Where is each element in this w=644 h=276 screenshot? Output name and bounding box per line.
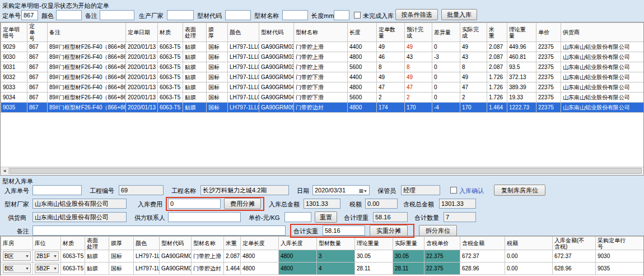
cell: LH797-1LL0: [134, 250, 160, 263]
cell: 4800: [279, 250, 317, 263]
order-table: 定单明 细号定 单 号备注定单日期材质表面 处理膜 厚颜色型材代码型材名称长度定…: [1, 22, 644, 113]
tax-amount-field[interactable]: [365, 199, 398, 209]
total-theoretical-weight-label: 合计理重: [344, 214, 368, 222]
column-header: 差异量: [432, 23, 460, 42]
cell: 47: [377, 82, 405, 93]
project-name-field[interactable]: [200, 185, 289, 195]
dropdown-value: B区: [4, 265, 14, 273]
cell: 49: [405, 42, 432, 52]
cell: 2.087: [487, 52, 507, 62]
scrollbar-thumb[interactable]: [10, 168, 642, 174]
cell: 867: [27, 103, 48, 113]
batch-inbound-button[interactable]: 批量入库: [441, 9, 477, 20]
warehouse-dropdown[interactable]: B区▼: [3, 264, 31, 273]
length-input[interactable]: [334, 10, 349, 20]
cell: GA90GRM03: [259, 52, 294, 62]
table-row[interactable]: 903186789#门框型材F26-F40（866+867）2020/01/13…: [1, 62, 644, 72]
cell: 0: [432, 62, 460, 72]
table-row[interactable]: 903286789#门框型材F26-F40（866+867）2020/01/13…: [1, 72, 644, 82]
cell: 0: [432, 72, 460, 82]
cell: LH797-1LL0: [228, 52, 259, 62]
manufacturer-input[interactable]: [167, 10, 194, 20]
unit-price-field[interactable]: [284, 212, 311, 222]
cell: 4400: [348, 72, 377, 82]
cell: B区▼: [1, 263, 33, 275]
table-row[interactable]: B区▼2B1F▼6063-T5贴膜国标LH797-1LL0GA90GRM03门带…: [1, 250, 644, 263]
remark-field[interactable]: [32, 226, 286, 236]
supplier-label: 供货商: [8, 214, 26, 222]
color-input[interactable]: [56, 10, 82, 20]
cell: 867: [27, 93, 48, 103]
inbound-fee-label: 入库费用: [138, 200, 162, 208]
filter-by-condition-button[interactable]: 按条件筛选: [395, 9, 438, 20]
cell: GA90GRM03: [160, 250, 192, 263]
column-header: 实际完 成: [460, 23, 487, 42]
chevron-down-icon: ▼: [25, 266, 29, 272]
warehouse-dropdown[interactable]: B区▼: [3, 251, 31, 261]
cell: LH797-1LL0: [228, 82, 259, 93]
remark-input[interactable]: [100, 10, 134, 20]
cell: 22375: [536, 62, 561, 72]
cell: 22375: [536, 82, 561, 93]
total-theoretical-weight-field[interactable]: [373, 212, 408, 222]
actual-weight-allocate-button[interactable]: 实重分摊: [370, 225, 408, 236]
supplier-field[interactable]: [32, 212, 127, 222]
cell: 8: [460, 62, 487, 72]
cell: 89#门框型材F26-F40（866+867）: [48, 93, 126, 103]
cell: 19.33: [507, 93, 536, 103]
keeper-field[interactable]: [401, 185, 440, 195]
cell: 22.375: [424, 250, 460, 263]
filter-remark-label: 备注: [85, 12, 97, 20]
cell: 9034: [1, 93, 27, 103]
unfinished-inbound-checkbox[interactable]: [354, 12, 361, 19]
cell: 9029: [1, 42, 27, 52]
chevron-down-icon[interactable]: ▼: [363, 189, 367, 193]
date-field[interactable]: 2020/03/31 ▦▼: [312, 185, 370, 195]
supplier-contact-field[interactable]: [168, 212, 241, 222]
cell: 5600: [348, 93, 377, 103]
total-actual-weight-field[interactable]: [323, 226, 365, 236]
table-row[interactable]: 903086789#门框型材F26-F40（866+867）2020/01/13…: [1, 52, 644, 62]
table-row[interactable]: 903386789#门框型材F26-F40（866+867）2020/01/13…: [1, 82, 644, 93]
inbound-total-amount-field[interactable]: [304, 199, 340, 209]
cell: 9030: [596, 250, 644, 263]
total-quantity-field[interactable]: [444, 212, 476, 222]
inbound-grid-area: 库房库位材质表面 处理膜厚颜色型材代码型材名称米重定单长度入库长度型材数量理论重…: [0, 236, 644, 276]
cell: 门带腔下滑: [294, 93, 348, 103]
project-no-label: 工程编号: [90, 187, 114, 195]
location-dropdown[interactable]: 5B2F▼: [35, 264, 59, 273]
cell: 4800: [279, 263, 317, 275]
project-no-field[interactable]: [119, 185, 164, 195]
scroll-left-arrow-icon[interactable]: ◂: [1, 167, 9, 174]
location-dropdown[interactable]: 2B1F▼: [35, 251, 59, 261]
table-row[interactable]: 903486789#门框型材F26-F40（866+867）2020/01/13…: [1, 93, 644, 103]
horizontal-scrollbar[interactable]: ◂: [1, 167, 643, 174]
total-with-tax-field[interactable]: [439, 199, 476, 209]
date-value: 2020/03/31: [315, 186, 346, 194]
cell: 2020/01/13: [126, 42, 158, 52]
cell: 30.05: [355, 250, 393, 263]
order-no-input[interactable]: [21, 10, 38, 20]
cell: 贴膜: [183, 62, 207, 72]
cell: -4: [432, 103, 460, 113]
cell: 门带腔下滑: [294, 82, 348, 93]
inbound-no-field[interactable]: [32, 185, 82, 195]
profile-code-input[interactable]: [225, 10, 251, 20]
inbound-confirm-checkbox[interactable]: [450, 187, 457, 194]
cell: 9032: [1, 72, 27, 82]
profile-name-input[interactable]: [282, 10, 308, 20]
factory-field[interactable]: [32, 199, 127, 209]
copy-warehouse-location-button[interactable]: 复制库房库位: [494, 185, 545, 196]
cell: 山东南山铝业股份有限公司: [561, 42, 644, 52]
table-row[interactable]: B区▼5B2F▼6063-T5贴膜国标LH797-1LL0GA90GRM05门带…: [1, 263, 644, 275]
fee-allocate-button[interactable]: 费用分摊: [224, 198, 261, 209]
table-row[interactable]: 902986789#门框型材F26-F40（866+867）2020/01/13…: [1, 42, 644, 52]
column-header: 膜厚: [109, 237, 134, 250]
filter-length-label: 长度mm: [311, 12, 334, 20]
cell: GA90GRM03: [259, 42, 294, 52]
inbound-fee-field[interactable]: [168, 199, 221, 209]
split-location-button[interactable]: 拆分库位: [419, 225, 457, 236]
table-row[interactable]: 903586789#门框型材F26-F40（866+867）2020/01/13…: [1, 103, 644, 113]
page-title: 采购定单明细-仅显示状态为开始的定单: [2, 2, 109, 10]
reset-button[interactable]: 重置: [315, 211, 337, 223]
